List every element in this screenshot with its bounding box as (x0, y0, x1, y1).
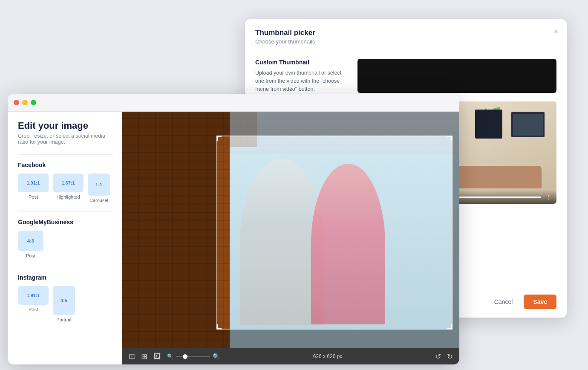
edit-canvas: ⊡ ⊞ 🖼 🔍 🔍 626 x 626 px ↺ ↻ (122, 112, 459, 364)
close-button[interactable]: × (553, 28, 558, 35)
edit-subtitle: Crop, resize, or select a social media r… (18, 133, 113, 145)
instagram-ratios: 1.91:1 Post 4:5 Portrait (18, 286, 113, 322)
instagram-title: Instagram (18, 274, 113, 281)
zoom-slider[interactable] (176, 356, 210, 357)
canvas-tools-right: ↺ ↻ (435, 353, 453, 361)
ratio-value-post: 1.91:1 (26, 180, 40, 185)
custom-thumb-description: Upload your own thumbnail or select one … (255, 69, 349, 93)
expand-traffic-light[interactable] (31, 100, 36, 105)
edit-body: Edit your image Crop, resize, or select … (8, 112, 459, 364)
facebook-ratios: 1.91:1 Post 1.67:1 Highlighted 1:1 (18, 173, 113, 203)
ratio-value-insta-post: 1.91:1 (26, 293, 40, 298)
ratio-label-carousel: Carousel (89, 198, 108, 203)
zoom-out-icon[interactable]: 🔍 (167, 353, 173, 359)
facebook-section: Facebook 1.91:1 Post 1.67:1 Highlighted (18, 162, 113, 203)
divider-3 (18, 267, 113, 267)
thumbnail-header: Thumbnail picker Choose your thumbnails … (245, 19, 567, 50)
save-button[interactable]: Save (524, 295, 556, 309)
ratio-value-carousel: 1:1 (95, 182, 102, 187)
canvas-footer: ⊡ ⊞ 🖼 🔍 🔍 626 x 626 px ↺ ↻ (122, 348, 459, 364)
ratio-value-gmb-post: 4:3 (27, 238, 34, 243)
ratio-item-carousel[interactable]: 1:1 Carousel (88, 173, 110, 203)
gmb-section: GoogleMyBusiness 4:3 Post (18, 219, 113, 258)
ratio-box-insta-post: 1.91:1 (18, 286, 49, 305)
ratio-label-insta-portrait: Portrait (56, 317, 71, 322)
edit-image-window: Edit your image Crop, resize, or select … (8, 94, 459, 364)
crop-overlay[interactable] (216, 136, 453, 330)
fitness-scene (122, 112, 459, 348)
crop-corner-bl (216, 324, 222, 330)
gmb-title: GoogleMyBusiness (18, 219, 113, 225)
custom-thumb-section: Custom Thumbnail Upload your own thumbna… (255, 59, 349, 93)
ratio-box-highlighted: 1.67:1 (53, 173, 84, 192)
divider (18, 154, 113, 155)
ratio-item-post[interactable]: 1.91:1 Post (18, 173, 49, 203)
ratio-item-insta-portrait[interactable]: 4:5 Portrait (53, 286, 75, 322)
zoom-slider-wrap: 🔍 🔍 (167, 353, 220, 360)
ratio-value-highlighted: 1.67:1 (61, 180, 75, 185)
crop-corner-tr (447, 136, 453, 141)
ratio-label-insta-post: Post (29, 307, 38, 312)
window-titlebar (8, 94, 459, 112)
crop-tool-icon[interactable]: ⊡ (129, 352, 135, 361)
crop-corner-br (447, 324, 453, 330)
edit-title: Edit your image (18, 120, 113, 131)
ratio-box-gmb-post: 4:3 (18, 231, 43, 251)
resize-tool-icon[interactable]: ⊞ (141, 352, 147, 361)
rotate-left-icon[interactable]: ↺ (435, 353, 441, 361)
edit-sidebar: Edit your image Crop, resize, or select … (8, 112, 122, 364)
ratio-box-insta-portrait: 4:5 (53, 286, 75, 315)
ratio-item-gmb-post[interactable]: 4:3 Post (18, 231, 43, 258)
facebook-title: Facebook (18, 162, 113, 168)
close-traffic-light[interactable] (14, 100, 19, 105)
ratio-label-gmb-post: Post (26, 253, 35, 258)
minimize-traffic-light[interactable] (22, 100, 28, 105)
divider-2 (18, 211, 113, 212)
thumbnail-title: Thumbnail picker (255, 29, 556, 37)
ratio-label-post: Post (29, 194, 38, 199)
zoom-in-icon[interactable]: 🔍 (213, 353, 220, 360)
ratio-box-carousel: 1:1 (88, 173, 110, 196)
ratio-box-post: 1.91:1 (18, 173, 49, 192)
rotate-right-icon[interactable]: ↻ (447, 353, 453, 361)
more-icon[interactable]: ⋮ (545, 194, 551, 200)
zoom-handle[interactable] (183, 354, 187, 359)
custom-thumb-preview (357, 59, 556, 93)
ratio-value-insta-portrait: 4:5 (61, 298, 67, 303)
ratio-item-insta-post[interactable]: 1.91:1 Post (18, 286, 49, 322)
image-tool-icon[interactable]: 🖼 (153, 352, 161, 361)
crop-corner-tl (216, 136, 222, 141)
gmb-ratios: 4:3 Post (18, 231, 113, 258)
ratio-label-highlighted: Highlighted (56, 194, 80, 199)
cancel-button[interactable]: Cancel (488, 295, 519, 309)
dimension-label: 626 x 626 px (220, 353, 435, 359)
ratio-item-highlighted[interactable]: 1.67:1 Highlighted (53, 173, 84, 203)
canvas-image-area (122, 112, 459, 348)
instagram-section: Instagram 1.91:1 Post 4:5 Portrait (18, 274, 113, 322)
custom-thumb-title: Custom Thumbnail (255, 59, 349, 66)
thumbnail-subtitle: Choose your thumbnails (255, 38, 556, 45)
canvas-tools-left: ⊡ ⊞ 🖼 🔍 🔍 (129, 352, 220, 361)
thumb-actions: Cancel Save (488, 295, 556, 309)
